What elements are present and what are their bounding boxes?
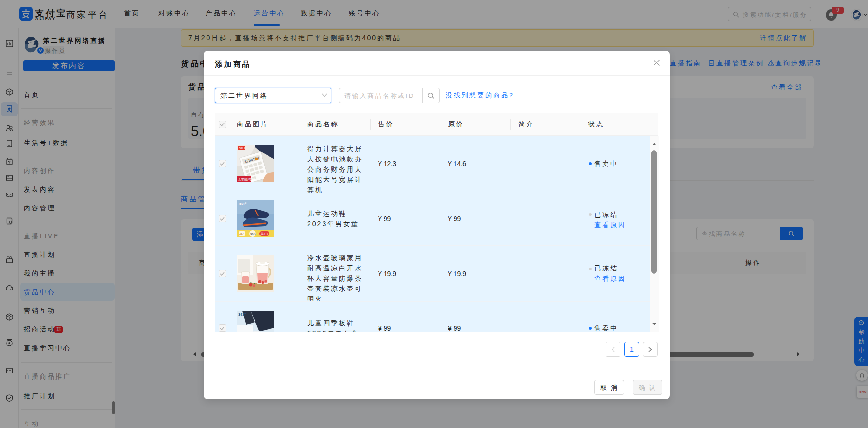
svg-text:DELI: DELI <box>239 147 245 150</box>
svg-text:-87: -87 <box>239 232 244 235</box>
svg-text:361°: 361° <box>238 312 246 317</box>
svg-text:96.9: 96.9 <box>250 233 256 235</box>
svg-text:太阳能·电池: 太阳能·电池 <box>238 178 255 181</box>
svg-text:361°: 361° <box>239 202 247 206</box>
svg-text:券13: 券13 <box>261 232 268 235</box>
